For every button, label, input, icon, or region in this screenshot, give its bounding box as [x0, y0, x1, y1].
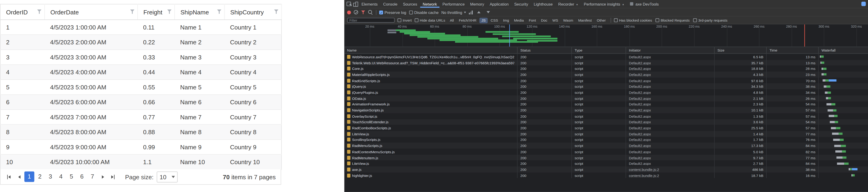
table-row[interactable]: 64/5/2023 6:00:00 AM0.66Name 6Country 6	[0, 94, 281, 110]
request-row[interactable]: RadMenuScripts.js200scriptDefault2.aspx1…	[344, 143, 868, 149]
filter-icon[interactable]	[167, 9, 172, 14]
filter-icon[interactable]	[37, 9, 41, 14]
initiator-link[interactable]: Default2.aspx	[629, 156, 651, 160]
checkbox-unchecked-icon[interactable]	[414, 18, 418, 22]
column-header-shipname[interactable]: ShipName	[175, 4, 224, 20]
filter-option-blocked-requests[interactable]: Blocked Requests	[655, 18, 690, 22]
hide-data-urls-option[interactable]: Hide data URLs	[414, 18, 445, 22]
checkbox-checked-icon[interactable]	[379, 10, 383, 14]
filter-option-has-blocked-cookies[interactable]: Has blocked cookies	[614, 18, 652, 22]
initiator-link[interactable]: Default2.aspx	[629, 138, 651, 142]
throttling-select[interactable]: No throttling	[441, 10, 466, 14]
table-row[interactable]: 54/5/2023 5:00:00 AM0.55Name 5Country 5	[0, 80, 281, 95]
invert-option[interactable]: Invert	[398, 18, 412, 22]
network-overview[interactable]: 20 ms40 ms60 ms80 ms100 ms120 ms140 ms16…	[344, 24, 868, 47]
table-row[interactable]: 44/5/2023 4:00:00 AM0.44Name 4Country 4	[0, 64, 281, 80]
initiator-link[interactable]: Default2.aspx	[629, 120, 651, 124]
filter-type-doc[interactable]: Doc	[539, 18, 549, 23]
initiator-link[interactable]: Default2.aspx	[629, 162, 651, 166]
initiator-link[interactable]: Default2.aspx	[629, 126, 651, 130]
requests-column-header-status[interactable]: Status	[517, 47, 571, 53]
tab-axe-devtools[interactable]: axe DevTools	[627, 0, 661, 8]
filter-toggle-icon[interactable]	[361, 10, 365, 14]
initiator-link[interactable]: Default2.aspx	[629, 73, 651, 77]
pager-page-2[interactable]: 2	[35, 171, 45, 182]
pager-last-button[interactable]	[108, 171, 118, 182]
checkbox-unchecked-icon[interactable]	[398, 18, 401, 22]
initiator-link[interactable]: Default2.aspx	[629, 79, 651, 82]
clear-button[interactable]	[354, 10, 358, 15]
checkbox-unchecked-icon[interactable]	[614, 18, 618, 22]
request-row[interactable]: LiteView.js200scriptDefault2.aspx1.4 kB7…	[344, 131, 868, 137]
request-row[interactable]: highlighter.js200scriptcontent.bundle.js…	[344, 172, 868, 179]
request-row[interactable]: axe.js200scriptcontent.bundle.js:2486 kB…	[344, 166, 868, 172]
column-header-orderdate[interactable]: OrderDate	[44, 4, 137, 20]
request-row[interactable]: jQuery.js200scriptDefault2.aspx34.3 kB38…	[344, 83, 868, 89]
initiator-link[interactable]: Default2.aspx	[629, 61, 651, 65]
filter-type-wasm[interactable]: Wasm	[561, 18, 575, 23]
requests-column-header-type[interactable]: Type	[571, 47, 625, 53]
checkbox-unchecked-icon[interactable]	[693, 18, 697, 22]
tab-network[interactable]: Network	[420, 0, 440, 8]
requests-column-header-waterfall[interactable]: Waterfall	[818, 47, 868, 53]
checkbox-unchecked-icon[interactable]	[655, 18, 659, 22]
table-row[interactable]: 24/5/2023 2:00:00 AM0.22Name 2Country 2	[0, 35, 281, 50]
initiator-link[interactable]: Default2.aspx	[629, 84, 651, 88]
request-row[interactable]: Telerik.Web.UI.WebResource.axd?_TSM_Hidd…	[344, 60, 868, 66]
filter-input[interactable]	[347, 18, 395, 23]
pager-prev-button[interactable]	[14, 171, 24, 182]
filter-type-js[interactable]: JS	[479, 18, 488, 23]
table-row[interactable]: 94/5/2023 9:00:00 AM0.99Name 9Country 9	[0, 140, 281, 155]
filter-type-manifest[interactable]: Manifest	[576, 18, 594, 23]
pager-page-4[interactable]: 4	[56, 171, 66, 182]
request-row[interactable]: NavigationScripts.js200scriptDefault2.as…	[344, 107, 868, 113]
table-row[interactable]: 84/5/2023 8:00:00 AM0.88Name 8Country 8	[0, 125, 281, 140]
column-header-orderid[interactable]: OrderID	[0, 4, 44, 20]
initiator-link[interactable]: Default2.aspx	[629, 144, 651, 148]
filter-option-3rd-party-requests[interactable]: 3rd-party requests	[693, 18, 727, 22]
requests-column-header-time[interactable]: Time	[766, 47, 818, 53]
requests-column-header-initiator[interactable]: Initiator	[625, 47, 714, 53]
request-row[interactable]: TouchScrollExtender.js200scriptDefault2.…	[344, 119, 868, 125]
request-row[interactable]: Core.js200scriptDefault2.aspx18.8 kB28 m…	[344, 66, 868, 72]
filter-icon[interactable]	[217, 9, 221, 14]
record-button[interactable]	[347, 10, 351, 14]
tab-elements[interactable]: Elements	[359, 0, 381, 8]
pager-page-1[interactable]: 1	[24, 171, 34, 182]
tab-console[interactable]: Console	[380, 0, 400, 8]
filter-type-media[interactable]: Media	[512, 18, 526, 23]
request-row[interactable]: RadMenuItem.js200scriptDefault2.aspx9.7 …	[344, 155, 868, 161]
filter-type-fetch-xhr[interactable]: Fetch/XHR	[457, 18, 478, 23]
pager-page-3[interactable]: 3	[45, 171, 55, 182]
request-row[interactable]: RadContextMenuScripts.js200scriptDefault…	[344, 148, 868, 155]
filter-icon[interactable]	[130, 9, 134, 14]
tab-performance[interactable]: Performance	[440, 0, 467, 8]
tab-performance-insights[interactable]: Performance insights▲	[581, 0, 627, 8]
initiator-link[interactable]: Default2.aspx	[629, 108, 651, 112]
request-row[interactable]: ScrollingScripts.js200scriptDefault2.asp…	[344, 137, 868, 143]
tab-memory[interactable]: Memory	[467, 0, 487, 8]
export-har-icon[interactable]	[485, 9, 491, 16]
initiator-link[interactable]: Default2.aspx	[629, 132, 651, 136]
requests-column-header-size[interactable]: Size	[714, 47, 766, 53]
request-row[interactable]: MaterialRippleScripts.js200scriptDefault…	[344, 72, 868, 78]
column-header-freight[interactable]: Freight	[137, 4, 175, 20]
table-row[interactable]: 14/5/2023 1:00:00 AM0.11Name 1Country 1	[0, 20, 281, 35]
pager-page-5[interactable]: 5	[66, 171, 76, 182]
request-row[interactable]: RadComboBoxScripts.js200scriptDefault2.a…	[344, 125, 868, 131]
tab-lighthouse[interactable]: Lighthouse	[531, 0, 556, 8]
request-row[interactable]: jQueryPlugins.js200scriptDefault2.aspx4.…	[344, 89, 868, 95]
request-row[interactable]: OData.js200scriptDefault2.aspx2.1 kB26 m…	[344, 95, 868, 102]
table-row[interactable]: 34/5/2023 3:00:00 AM0.33Name 3Country 3	[0, 50, 281, 65]
search-icon[interactable]	[368, 10, 373, 15]
network-conditions-icon[interactable]	[469, 10, 472, 14]
filter-type-css[interactable]: CSS	[489, 18, 500, 23]
request-row[interactable]: OverlayScript.js200scriptDefault2.aspx1.…	[344, 113, 868, 119]
filter-type-font[interactable]: Font	[527, 18, 538, 23]
disable-cache-option[interactable]: Disable cache	[409, 10, 438, 14]
preserve-log-option[interactable]: Preserve log	[379, 10, 406, 14]
pager-page-6[interactable]: 6	[77, 171, 87, 182]
initiator-link[interactable]: Default2.aspx	[629, 114, 651, 118]
initiator-link[interactable]: content.bundle.js:2	[629, 173, 659, 177]
import-har-icon[interactable]	[475, 9, 482, 16]
